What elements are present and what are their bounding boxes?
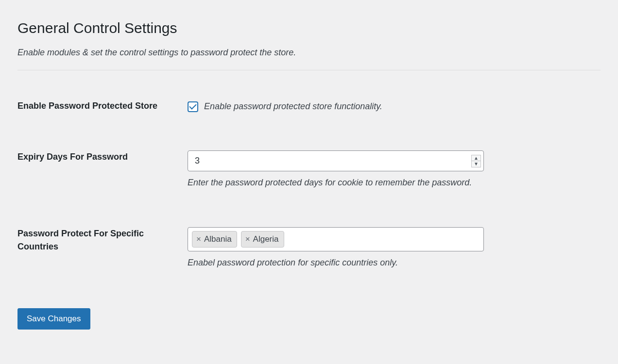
expiry-days-input[interactable] [188, 150, 484, 171]
countries-multiselect[interactable]: × Albania × Algeria [188, 227, 484, 251]
expiry-days-decrement[interactable] [472, 161, 481, 167]
expiry-days-spinner [471, 155, 481, 167]
countries-description: Enabel password protection for specific … [188, 256, 596, 269]
page-description: Enable modules & set the control setting… [17, 46, 601, 70]
countries-label: Password Protect For Specific Countries [17, 229, 144, 251]
enable-password-label: Enable Password Protected Store [17, 101, 157, 111]
country-tag-remove-icon[interactable]: × [196, 233, 201, 245]
enable-password-checkbox-label: Enable password protected store function… [204, 100, 382, 113]
expiry-days-description: Enter the password protected days for co… [188, 176, 596, 189]
enable-password-checkbox[interactable] [188, 101, 198, 112]
country-tag: × Albania [192, 231, 237, 248]
save-changes-button[interactable]: Save Changes [17, 308, 90, 330]
page-title: General Control Settings [17, 18, 601, 37]
country-tag: × Algeria [241, 231, 284, 248]
country-tag-label: Algeria [253, 233, 279, 245]
country-tag-remove-icon[interactable]: × [245, 233, 250, 245]
country-tag-label: Albania [204, 233, 232, 245]
expiry-days-label: Expiry Days For Password [17, 152, 128, 162]
expiry-days-increment[interactable] [472, 155, 481, 162]
